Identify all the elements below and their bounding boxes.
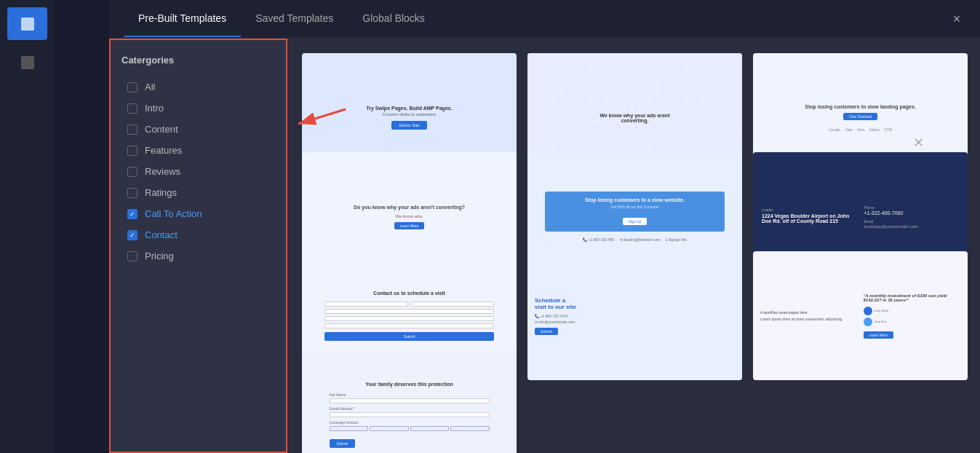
tmpl9-quote: "A monthly investment of $100 can yield … (864, 294, 961, 302)
tmpl10-coverage-opt1 (330, 426, 369, 431)
tmpl6-address: 1224 Vegas Boulder Airport on John Doe R… (762, 213, 857, 224)
tmpl5-sub: Get 50% off our first 3 months (556, 205, 714, 209)
tmpl7-submit: Submit (324, 332, 495, 341)
tmpl3-line1: Stop losing customers to slow landing pa… (805, 104, 915, 109)
checkbox-ratings[interactable] (127, 188, 138, 198)
tmpl5-phone: 📞 +1-800-123-456 (583, 237, 614, 242)
tmpl3-logo-adobe: Adobe (869, 127, 879, 132)
tmpl8-btn: Submit (535, 328, 558, 335)
tmpl5-info: ℹ Signup Info (666, 237, 687, 242)
left-panel-pages[interactable] (7, 7, 47, 40)
tmpl3-btn: Get Started (843, 113, 877, 120)
tmpl7-input-first (324, 302, 408, 307)
tmpl10-coverage-opt4 (450, 426, 490, 431)
modal-close-button[interactable]: × (946, 8, 968, 30)
tmpl3-logo-xero: Xero (857, 127, 865, 132)
tmpl10-coverage-label: Coverage Amount (330, 420, 490, 425)
tmpl4-btn: Learn More (394, 222, 425, 229)
tmpl7-title: Contact us to schedule a visit (373, 291, 445, 296)
categories-title: Catergories (121, 55, 275, 66)
tmpl1-btn: Demo Site (391, 121, 426, 130)
tmpl9-btn: Learn More (864, 331, 894, 339)
template-card-9[interactable]: A workflow issue begins here Lorem ipsum… (753, 251, 968, 380)
tmpl6-email-label: Email (864, 219, 960, 224)
categories-panel: Catergories All Intro Content Features (109, 39, 287, 453)
template-card-8[interactable]: Schedule a visit to our site 📞 +1-800-72… (527, 251, 742, 380)
tab-prebuilt[interactable]: Pre-Built Templates (124, 1, 241, 37)
left-panel-layers[interactable] (7, 46, 47, 79)
templates-grid: Try Swipe Pages. Build AMP Pages. Conver… (287, 39, 980, 453)
category-ratings[interactable]: Ratings (121, 182, 275, 203)
tmpl7-input-email (324, 316, 495, 321)
category-pricing-label: Pricing (145, 251, 174, 261)
tmpl10-btn: Submit (330, 439, 356, 448)
tmpl9-name2: Jane Doe (875, 320, 887, 323)
tmpl10-fname-label: Full Name (330, 393, 490, 397)
tmpl7-input-message (324, 323, 495, 328)
tmpl5-title: Stop losing customers to a slow website. (556, 197, 714, 202)
category-contact-label: Contact (145, 229, 178, 240)
category-pricing[interactable]: Pricing (121, 245, 275, 267)
category-all-label: All (145, 82, 155, 92)
tmpl6-phone-label: Phone (864, 205, 960, 210)
checkbox-contact[interactable] (127, 230, 138, 240)
category-contact[interactable]: Contact (121, 224, 275, 245)
modal: Pre-Built Templates Saved Templates Glob… (109, 0, 980, 453)
tmpl3-logo-uber: Uber (845, 127, 853, 132)
checkbox-content[interactable] (127, 125, 138, 135)
category-intro-label: Intro (145, 103, 164, 114)
tmpl2-line1: We know why your ads arent (600, 113, 670, 118)
tmpl1-line2: Convert clicks to customers (383, 112, 436, 117)
category-features[interactable]: Features (121, 140, 275, 161)
tmpl9-avatar2 (864, 318, 872, 326)
tmpl7-input-phone (324, 309, 495, 314)
modal-body: ✕ Catergories All Intro Content (109, 39, 980, 453)
tmpl3-logo-google: Google (829, 127, 840, 132)
tmpl8-title: Schedule a (535, 297, 735, 304)
tmpl10-fname-input (330, 398, 490, 403)
tmpl10-title: Your family deserves this protection (365, 382, 453, 387)
tab-saved[interactable]: Saved Templates (241, 1, 348, 37)
tmpl4-line1: Do you know why your ads aren't converti… (354, 205, 465, 210)
category-cta-label: Call To Action (145, 208, 202, 219)
tmpl8-phone: 📞 +1-800-722-4147 (535, 314, 568, 318)
tmpl1-line1: Try Swipe Pages. Build AMP Pages. (366, 106, 452, 111)
tmpl5-email: ✉ booking@domain.com (620, 237, 660, 242)
category-content[interactable]: Content (121, 119, 275, 140)
tmpl5-btn: Sign Up (623, 218, 648, 225)
pages-icon (21, 17, 34, 31)
category-content-label: Content (145, 124, 178, 135)
checkbox-reviews[interactable] (127, 167, 138, 177)
tmpl5-content: Stop losing customers to a slow website.… (545, 192, 725, 232)
category-all[interactable]: All (121, 76, 275, 98)
tmpl9-text2: Lorem ipsum dolor sit amet consectetur a… (760, 317, 858, 322)
category-reviews-label: Reviews (145, 166, 180, 177)
tmpl10-coverage-opt3 (410, 426, 450, 431)
tab-global[interactable]: Global Blocks (348, 1, 439, 37)
checkbox-features[interactable] (127, 146, 138, 156)
tmpl6-email: bookings@yourdomain.com (864, 224, 960, 229)
left-panel (0, 0, 55, 453)
tmpl2-line2: converting. (600, 118, 670, 123)
tmpl8-email: ✉ info@yourdomain.com (535, 320, 575, 324)
category-features-label: Features (145, 145, 182, 156)
layers-icon (21, 56, 34, 69)
tmpl8-title2: visit to our site (535, 304, 735, 310)
template-card-10[interactable]: Your family deserves this protection Ful… (302, 350, 517, 453)
category-cta[interactable]: Call To Action (121, 203, 275, 224)
category-intro[interactable]: Intro (121, 98, 275, 119)
checkbox-pricing[interactable] (127, 251, 138, 261)
tmpl3-logo-gtm: GTM (884, 127, 892, 132)
tmpl6-loader: Loader (762, 208, 857, 212)
checkbox-all[interactable] (127, 82, 138, 92)
side-close-button[interactable]: ✕ (913, 135, 924, 151)
checkbox-cta[interactable] (127, 209, 138, 219)
tmpl9-avatar (864, 307, 872, 315)
tmpl10-email-input (330, 412, 490, 417)
category-reviews[interactable]: Reviews (121, 161, 275, 182)
category-ratings-label: Ratings (145, 187, 177, 198)
tmpl9-text1: A workflow issue begins here (760, 310, 858, 315)
checkbox-intro[interactable] (127, 103, 138, 114)
tmpl4-line2: We know why. (395, 214, 423, 218)
tmpl10-coverage-opt2 (370, 426, 409, 431)
